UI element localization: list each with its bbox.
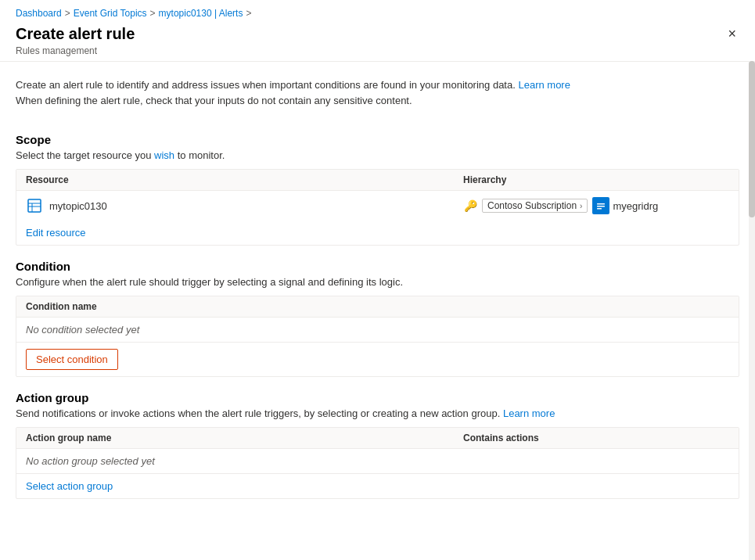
scope-table: Resource Hierarchy	[16, 169, 739, 246]
scope-table-header: Resource Hierarchy	[16, 170, 739, 191]
resource-group-icon	[592, 197, 609, 214]
scope-description: Select the target resource you wish to m…	[16, 149, 739, 161]
scrollbar-thumb[interactable]	[749, 61, 755, 217]
resource-group-badge: myegridrg	[592, 197, 658, 214]
resource-name: mytopic0130	[49, 200, 107, 212]
subscription-name: Contoso Subscription	[487, 200, 577, 211]
info-line2: When defining the alert rule, check that…	[16, 93, 739, 109]
info-line1: Create an alert rule to identify and add…	[16, 77, 739, 93]
select-condition-button[interactable]: Select condition	[26, 349, 118, 370]
condition-table-header: Condition name	[16, 296, 739, 318]
condition-title: Condition	[16, 260, 739, 273]
action-col-contains: Contains actions	[463, 433, 729, 443]
breadcrumb-sep-2: >	[150, 8, 156, 19]
select-action-wrapper: Select action group	[16, 474, 739, 498]
condition-table: Condition name No condition selected yet…	[16, 296, 739, 377]
scope-table-row: mytopic0130 🔑 Contoso Subscription ›	[16, 191, 739, 221]
condition-section: Condition Configure when the alert rule …	[16, 260, 739, 377]
info-box: Create an alert rule to identify and add…	[16, 70, 739, 119]
select-condition-wrapper: Select condition	[16, 343, 739, 376]
breadcrumb-alerts[interactable]: mytopic0130 | Alerts	[159, 8, 243, 19]
scope-desc-suffix: to monitor.	[174, 149, 225, 161]
chevron-right-icon: ›	[580, 202, 582, 210]
scrollbar-track[interactable]	[749, 61, 755, 560]
breadcrumb-event-grid[interactable]: Event Grid Topics	[74, 8, 147, 19]
resource-cell: mytopic0130	[26, 197, 463, 214]
edit-resource-link[interactable]: Edit resource	[16, 221, 739, 245]
breadcrumb-sep-3: >	[246, 8, 251, 19]
svg-rect-5	[597, 203, 605, 205]
svg-rect-7	[597, 208, 602, 210]
header-title-group: Create alert rule Rules management	[16, 23, 135, 56]
scope-desc-prefix: Select the target resource you	[16, 149, 154, 161]
action-group-table: Action group name Contains actions No ac…	[16, 427, 739, 499]
breadcrumb-sep-1: >	[65, 8, 70, 19]
svg-rect-0	[28, 199, 41, 212]
action-table-header: Action group name Contains actions	[16, 428, 739, 449]
action-group-title: Action group	[16, 391, 739, 404]
condition-description: Configure when the alert rule should tri…	[16, 276, 739, 288]
page-header: Create alert rule Rules management ×	[0, 23, 755, 61]
scope-title: Scope	[16, 133, 739, 146]
action-col-name: Action group name	[26, 433, 463, 443]
page-title: Create alert rule	[16, 23, 135, 44]
scope-col-resource: Resource	[26, 174, 463, 185]
scope-section: Scope Select the target resource you wis…	[16, 133, 739, 246]
scope-wish-link[interactable]: wish	[154, 149, 174, 161]
subscription-badge: Contoso Subscription ›	[482, 199, 588, 213]
svg-rect-6	[597, 206, 605, 207]
condition-col-name: Condition name	[26, 301, 729, 312]
action-no-data: No action group selected yet	[16, 449, 739, 474]
main-content: Create an alert rule to identify and add…	[0, 61, 755, 515]
info-text-1: Create an alert rule to identify and add…	[16, 79, 516, 91]
page-subtitle: Rules management	[16, 45, 135, 56]
action-learn-more-link[interactable]: Learn more	[503, 407, 555, 419]
resource-group-name: myegridrg	[613, 200, 658, 212]
action-group-description: Send notifications or invoke actions whe…	[16, 407, 739, 419]
action-desc-prefix: Send notifications or invoke actions whe…	[16, 407, 500, 419]
action-group-section: Action group Send notifications or invok…	[16, 391, 739, 499]
breadcrumb-dashboard[interactable]: Dashboard	[16, 8, 62, 19]
learn-more-link-1[interactable]: Learn more	[518, 79, 570, 91]
close-button[interactable]: ×	[724, 23, 739, 44]
condition-no-data: No condition selected yet	[16, 318, 739, 343]
select-action-group-link[interactable]: Select action group	[16, 474, 739, 498]
main-wrapper: Create an alert rule to identify and add…	[0, 61, 755, 560]
key-icon: 🔑	[463, 199, 477, 213]
hierarchy-cell: 🔑 Contoso Subscription ›	[463, 197, 729, 214]
scope-col-hierarchy: Hierarchy	[463, 174, 729, 185]
breadcrumb: Dashboard > Event Grid Topics > mytopic0…	[0, 0, 755, 23]
resource-icon	[26, 197, 43, 214]
